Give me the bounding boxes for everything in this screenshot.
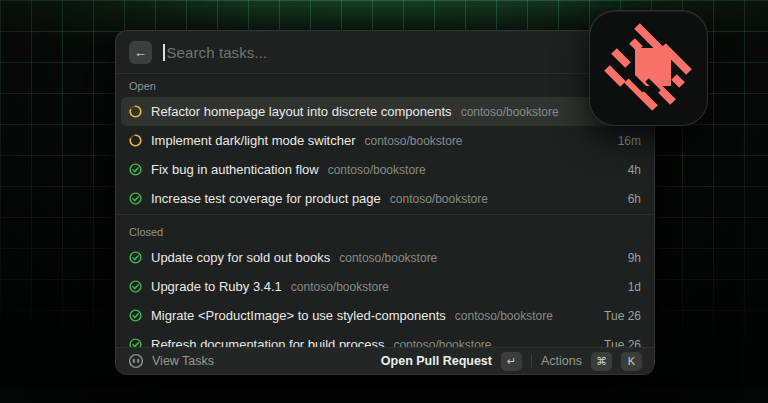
copilot-icon (128, 353, 144, 369)
task-timestamp: 6h (628, 192, 641, 206)
task-timestamp: Tue 26 (604, 338, 641, 348)
task-repo: contoso/bookstore (339, 251, 437, 265)
task-title: Implement dark/light mode switcher (151, 133, 355, 148)
task-timestamp: Tue 26 (604, 309, 641, 323)
task-repo: contoso/bookstore (390, 192, 488, 206)
task-title: Update copy for sold out books (151, 250, 330, 265)
command-key-badge[interactable]: ⌘ (591, 352, 612, 371)
task-row[interactable]: Update copy for sold out bookscontoso/bo… (121, 243, 649, 272)
task-timestamp: 9h (628, 251, 641, 265)
arrow-left-icon: ← (134, 46, 147, 59)
task-repo: contoso/bookstore (328, 163, 426, 177)
task-repo: contoso/bookstore (461, 105, 559, 119)
task-row[interactable]: Implement dark/light mode switchercontos… (121, 126, 649, 155)
check-circle-icon (129, 163, 142, 176)
task-row[interactable]: Increase test coverage for product pagec… (121, 184, 649, 213)
check-circle-icon (129, 280, 142, 293)
task-title: Migrate <ProductImage> to use styled-com… (151, 308, 446, 323)
task-repo: contoso/bookstore (364, 134, 462, 148)
back-button[interactable]: ← (129, 41, 152, 64)
actions-menu-button[interactable]: Actions (541, 354, 582, 368)
task-row[interactable]: Upgrade to Ruby 3.4.1contoso/bookstore1d (121, 272, 649, 301)
task-list[interactable]: OpenRefactor homepage layout into discre… (116, 74, 654, 347)
glitch-arrow-logo-icon (601, 20, 697, 116)
task-title: Refactor homepage layout into discrete c… (151, 104, 452, 119)
task-title: Upgrade to Ruby 3.4.1 (151, 279, 282, 294)
task-row[interactable]: Fix bug in authentication flowcontoso/bo… (121, 155, 649, 184)
view-tasks-button[interactable]: View Tasks (128, 353, 214, 369)
open-pull-request-button[interactable]: Open Pull Request (381, 354, 492, 368)
bottom-letterbox-bar (0, 389, 768, 403)
view-tasks-label: View Tasks (152, 354, 214, 368)
check-circle-icon (129, 251, 142, 264)
task-row[interactable]: Refresh documentation for build processc… (121, 330, 649, 347)
in-progress-icon (129, 134, 142, 147)
task-search-modal: ← Search tasks... OpenRefactor homepage … (115, 30, 655, 375)
footer-actions: Open Pull Request ↵ Actions ⌘ K (381, 352, 642, 371)
section-header-open: Open (116, 75, 654, 97)
check-circle-icon (129, 338, 142, 347)
task-row[interactable]: Migrate <ProductImage> to use styled-com… (121, 301, 649, 330)
task-title: Refresh documentation for build process (151, 337, 384, 347)
search-placeholder: Search tasks... (167, 44, 268, 61)
check-circle-icon (129, 309, 142, 322)
task-timestamp: 4h (628, 163, 641, 177)
task-repo: contoso/bookstore (455, 309, 553, 323)
search-input[interactable]: Search tasks... (163, 44, 641, 61)
task-title: Fix bug in authentication flow (151, 162, 319, 177)
footer-bar: View Tasks Open Pull Request ↵ Actions ⌘… (116, 347, 654, 374)
k-key-badge[interactable]: K (621, 352, 642, 371)
task-timestamp: 1d (628, 280, 641, 294)
task-row[interactable]: Refactor homepage layout into discrete c… (121, 97, 649, 126)
footer-divider (531, 355, 532, 368)
search-bar: ← Search tasks... (116, 31, 654, 74)
task-title: Increase test coverage for product page (151, 191, 381, 206)
task-timestamp: 16m (618, 134, 641, 148)
section-header-closed: Closed (116, 214, 654, 243)
check-circle-icon (129, 192, 142, 205)
task-repo: contoso/bookstore (393, 338, 491, 348)
agent-logo-badge (589, 10, 708, 126)
text-caret (163, 44, 165, 61)
in-progress-icon (129, 105, 142, 118)
task-repo: contoso/bookstore (291, 280, 389, 294)
enter-key-badge[interactable]: ↵ (501, 352, 522, 371)
